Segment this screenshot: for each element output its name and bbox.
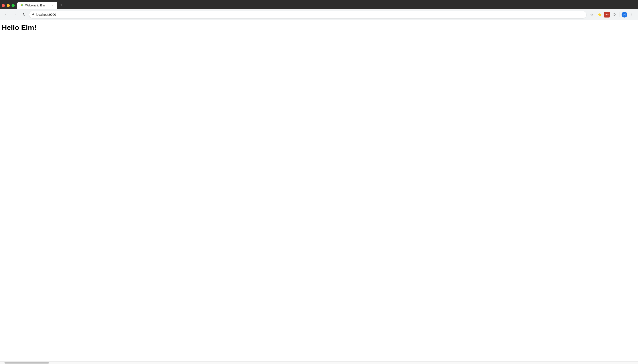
bookmark-icon: ☆	[590, 13, 593, 16]
tab-bar: Welcome to Elm × +	[0, 0, 638, 9]
abp-extension-button[interactable]: ABP	[604, 12, 610, 18]
forward-button[interactable]: →	[12, 11, 19, 18]
tab-title: Welcome to Elm	[25, 4, 49, 7]
svg-rect-4	[32, 14, 34, 15]
refresh-icon: ↻	[23, 12, 26, 17]
forward-icon: →	[13, 13, 17, 17]
browser-window: Welcome to Elm × + ← → ↻ localhost:9000	[0, 0, 638, 364]
profile-label: 纠	[623, 13, 625, 16]
page-heading: Hello Elm!	[2, 24, 636, 32]
extensions-button[interactable]: ⭐	[596, 11, 603, 18]
maximize-window-button[interactable]	[12, 4, 15, 7]
horizontal-scrollbar-thumb[interactable]	[5, 362, 49, 364]
bookmark-button[interactable]: ☆	[588, 11, 595, 18]
back-button[interactable]: ←	[3, 11, 10, 18]
lock-icon	[32, 13, 35, 16]
page-content: Hello Elm!	[0, 20, 638, 361]
close-window-button[interactable]	[2, 4, 5, 7]
more-options-button[interactable]: ⋮	[628, 11, 635, 18]
nav-bar: ← → ↻ localhost:9000 ☆ ⭐ AB	[0, 9, 638, 20]
more-options-icon: ⋮	[630, 13, 633, 16]
puzzle-icon	[612, 13, 616, 16]
refresh-button[interactable]: ↻	[21, 11, 28, 18]
back-icon: ←	[5, 13, 8, 17]
abp-label: ABP	[605, 14, 609, 16]
window-controls	[2, 4, 15, 9]
address-bar[interactable]: localhost:9000	[29, 11, 586, 18]
minimize-window-button[interactable]	[7, 4, 10, 7]
elm-logo-icon	[20, 4, 23, 7]
nav-actions: ☆ ⭐ ABP 纠 ⋮	[588, 11, 635, 18]
active-tab[interactable]: Welcome to Elm ×	[17, 2, 57, 9]
new-tab-button[interactable]: +	[58, 2, 64, 8]
tab-favicon	[20, 4, 24, 7]
scrollbar-area	[0, 361, 638, 364]
address-text: localhost:9000	[36, 13, 584, 16]
profile-button[interactable]: 纠	[621, 12, 627, 18]
tab-close-button[interactable]: ×	[51, 4, 55, 7]
extension-puzzle-button[interactable]	[611, 11, 618, 18]
vertical-divider	[619, 12, 620, 17]
extensions-star-icon: ⭐	[598, 13, 602, 16]
